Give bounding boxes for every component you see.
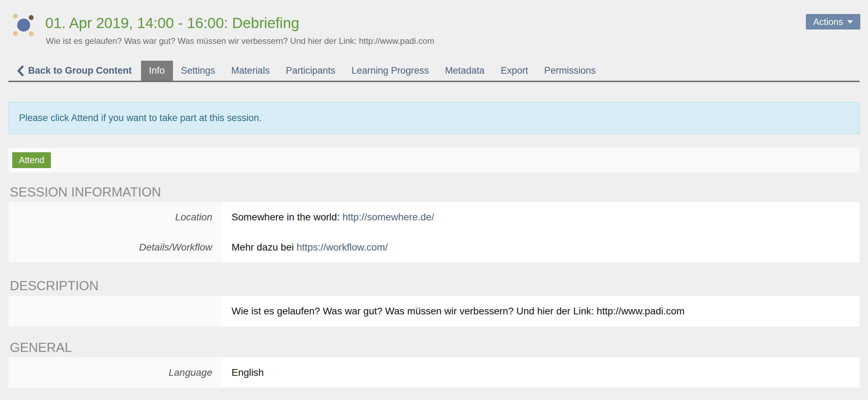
tab-bar: Back to Group Content Info Settings Mate…	[8, 61, 860, 81]
icon-dot	[17, 19, 30, 32]
section-heading-description: DESCRIPTION	[10, 279, 99, 293]
workflow-link[interactable]: https://workflow.com/	[296, 242, 388, 253]
toolbar: Attend	[8, 147, 860, 173]
details-text: Mehr dazu bei	[232, 242, 294, 253]
description-text: Wie ist es gelaufen? Was war gut? Was mü…	[232, 306, 685, 317]
session-information-form: Location Somewhere in the world: http://…	[8, 202, 860, 262]
form-label: Details/Workflow	[8, 232, 222, 262]
form-value: Somewhere in the world: http://somewhere…	[222, 202, 434, 232]
general-form: Language English	[8, 357, 860, 388]
icon-dot	[13, 31, 18, 36]
description-form: Wie ist es gelaufen? Was war gut? Was mü…	[8, 296, 860, 327]
form-value: Mehr dazu bei https://workflow.com/	[222, 232, 388, 262]
attend-button[interactable]: Attend	[12, 152, 51, 168]
icon-dot	[13, 14, 18, 19]
tab-participants[interactable]: Participants	[278, 61, 343, 81]
form-label: Location	[8, 202, 222, 232]
section-heading-session-information: SESSION INFORMATION	[10, 185, 161, 200]
actions-dropdown-button[interactable]: Actions	[806, 14, 860, 29]
form-label	[8, 296, 222, 327]
tabbar-underline	[8, 81, 860, 82]
chevron-left-icon	[17, 66, 24, 76]
form-label: Language	[8, 357, 222, 388]
form-value: English	[222, 357, 264, 388]
tab-export[interactable]: Export	[493, 61, 536, 81]
tab-permissions[interactable]: Permissions	[536, 61, 604, 81]
location-text: Somewhere in the world:	[232, 212, 340, 223]
tab-settings[interactable]: Settings	[173, 61, 223, 81]
back-link-label: Back to Group Content	[28, 65, 132, 76]
session-type-icon	[13, 13, 38, 37]
form-row-details-workflow: Details/Workflow Mehr dazu bei https://w…	[8, 232, 860, 262]
tab-learning-progress[interactable]: Learning Progress	[343, 61, 437, 81]
language-value: English	[232, 367, 264, 378]
section-heading-general: GENERAL	[10, 340, 72, 355]
actions-button-label: Actions	[813, 16, 843, 27]
icon-dot	[29, 31, 34, 36]
tab-materials[interactable]: Materials	[223, 61, 278, 81]
info-message-box: Please click Attend if you want to take …	[8, 102, 860, 134]
back-to-group-content-link[interactable]: Back to Group Content	[8, 61, 141, 81]
tab-metadata[interactable]: Metadata	[437, 61, 493, 81]
form-row-description: Wie ist es gelaufen? Was war gut? Was mü…	[8, 296, 860, 327]
location-link[interactable]: http://somewhere.de/	[342, 212, 434, 223]
form-value: Wie ist es gelaufen? Was war gut? Was mü…	[222, 296, 685, 327]
form-row-location: Location Somewhere in the world: http://…	[8, 202, 860, 232]
icon-dot	[29, 15, 34, 20]
page-subtitle: Wie ist es gelaufen? Was war gut? Was mü…	[46, 36, 434, 46]
page-title: 01. Apr 2019, 14:00 - 16:00: Debriefing	[45, 14, 299, 32]
form-row-language: Language English	[8, 357, 860, 388]
chevron-down-icon	[847, 20, 853, 24]
tab-info[interactable]: Info	[141, 61, 173, 81]
info-message-text: Please click Attend if you want to take …	[19, 113, 262, 124]
